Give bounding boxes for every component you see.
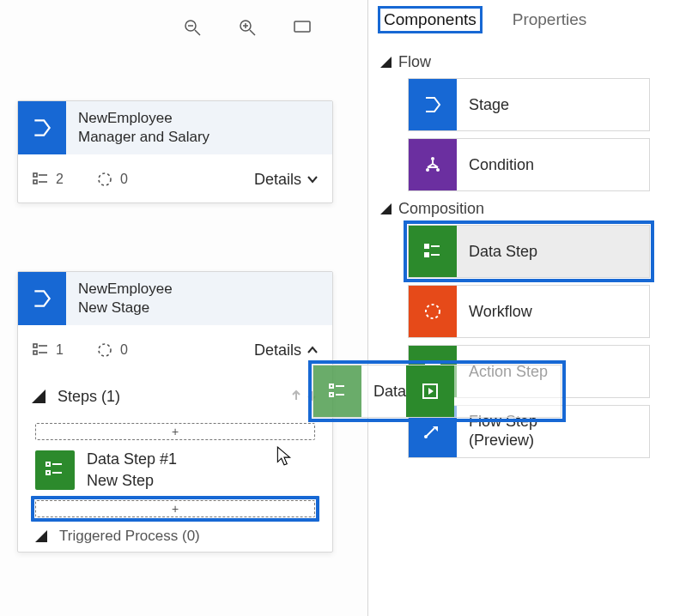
svg-point-37	[424, 435, 428, 438]
component-data-step-label: Data Step	[457, 226, 649, 277]
steps-icon	[32, 341, 49, 359]
designer-canvas[interactable]: NewEmployee Manager and Salary 2 0 Detai…	[0, 0, 367, 616]
section-composition-label: Composition	[398, 200, 484, 218]
triggered-process-header[interactable]: Triggered Process (0)	[18, 522, 332, 550]
data-step-icon	[35, 450, 75, 490]
fit-to-screen-button[interactable]	[290, 15, 314, 39]
stage-workflows-count: 0	[96, 341, 128, 359]
step-title: Data Step #1	[87, 450, 177, 468]
stage-details-toggle[interactable]: Details	[254, 341, 319, 359]
data-step-icon	[409, 226, 457, 277]
svg-point-12	[99, 173, 111, 185]
svg-point-22	[431, 157, 434, 160]
component-workflow-label: Workflow	[457, 286, 649, 337]
components-panel: Components Properties Flow Stage Conditi…	[367, 0, 692, 616]
svg-point-17	[99, 344, 111, 356]
stage-card-new-stage[interactable]: NewEmployee New Stage 1 0 Details Steps …	[17, 271, 333, 553]
svg-line-1	[195, 30, 200, 35]
stage-icon	[18, 272, 66, 325]
stage-steps-count: 2	[32, 171, 64, 188]
collapse-triangle-icon	[380, 203, 392, 214]
stage-header[interactable]: NewEmployee New Stage	[18, 272, 332, 325]
svg-rect-20	[46, 471, 50, 474]
stage-entity-label: NewEmployee	[78, 110, 209, 127]
stage-details-toggle[interactable]: Details	[254, 171, 319, 189]
stage-title-label: New Stage	[78, 299, 173, 317]
workflow-icon	[96, 171, 113, 188]
drop-plus-label: +	[172, 502, 179, 516]
triggered-process-label: Triggered Process (0)	[59, 528, 200, 545]
component-stage-label: Stage	[457, 79, 649, 130]
collapse-triangle-icon	[35, 530, 47, 542]
stage-title-label: Manager and Salary	[78, 129, 209, 146]
stage-workflows-value: 0	[120, 172, 128, 187]
svg-rect-31	[425, 253, 428, 257]
arrow-up-icon	[289, 390, 303, 403]
component-condition[interactable]: Condition	[408, 138, 650, 191]
tab-properties[interactable]: Properties	[509, 9, 591, 31]
steps-section-header[interactable]: Steps (1)	[18, 375, 332, 418]
stage-entity-label: NewEmployee	[78, 281, 173, 298]
zoom-toolbar	[180, 15, 314, 39]
stage-header[interactable]: NewEmployee Manager and Salary	[18, 101, 332, 154]
stage-card-manager-and-salary[interactable]: NewEmployee Manager and Salary 2 0 Detai…	[17, 100, 333, 203]
svg-point-33	[426, 305, 440, 318]
details-label: Details	[254, 171, 301, 189]
section-flow-label: Flow	[398, 53, 431, 71]
collapse-triangle-icon	[380, 57, 392, 68]
chevron-up-icon	[307, 344, 319, 356]
svg-rect-39	[330, 384, 333, 388]
stage-steps-value: 2	[56, 172, 64, 187]
step-subtitle: New Step	[87, 472, 177, 490]
stage-steps-value: 1	[56, 342, 64, 358]
condition-icon	[409, 139, 457, 190]
svg-rect-29	[425, 245, 428, 248]
svg-line-4	[250, 30, 255, 35]
svg-rect-41	[330, 393, 333, 396]
collapse-triangle-icon	[32, 390, 46, 403]
drop-plus-label: +	[172, 425, 179, 438]
component-workflow[interactable]: Workflow	[408, 285, 650, 338]
svg-point-27	[426, 168, 429, 172]
zoom-in-button[interactable]	[235, 15, 259, 39]
section-flow-header[interactable]: Flow	[380, 53, 680, 71]
stage-icon	[409, 79, 457, 130]
svg-rect-18	[46, 462, 50, 466]
tab-components[interactable]: Components	[380, 9, 480, 31]
component-stage[interactable]: Stage	[408, 78, 650, 131]
steps-icon	[32, 171, 49, 188]
svg-line-36	[426, 428, 434, 437]
panel-tabs: Components Properties	[368, 0, 692, 36]
workflow-icon	[96, 341, 113, 359]
workflow-icon	[409, 286, 457, 337]
section-composition-header[interactable]: Composition	[380, 200, 680, 218]
component-data-step[interactable]: Data Step	[408, 225, 650, 278]
drop-target-after[interactable]: +	[35, 500, 315, 517]
svg-point-28	[436, 168, 440, 172]
svg-rect-13	[33, 344, 37, 347]
svg-rect-15	[33, 351, 37, 354]
stage-workflows-value: 0	[120, 342, 128, 358]
steps-section-label: Steps (1)	[58, 388, 120, 406]
stage-steps-count: 1	[32, 341, 64, 359]
data-step-icon	[313, 365, 361, 417]
step-item-data-step-1[interactable]: Data Step #1 New Step	[18, 445, 332, 495]
zoom-in-icon	[238, 18, 257, 37]
stage-icon	[18, 101, 66, 154]
svg-rect-10	[33, 180, 37, 184]
component-condition-label: Condition	[457, 139, 649, 190]
chevron-down-icon	[307, 173, 319, 185]
drag-ghost-data-step: Data Step	[313, 365, 561, 418]
svg-rect-8	[33, 173, 37, 177]
svg-marker-44	[428, 388, 434, 395]
drop-target-before[interactable]: +	[35, 423, 315, 440]
action-step-icon	[406, 365, 454, 417]
zoom-out-icon	[183, 18, 202, 37]
zoom-out-button[interactable]	[180, 15, 204, 39]
details-label: Details	[254, 341, 301, 359]
fit-screen-icon	[293, 18, 312, 37]
svg-rect-7	[294, 21, 310, 32]
stage-workflows-count: 0	[96, 171, 128, 188]
